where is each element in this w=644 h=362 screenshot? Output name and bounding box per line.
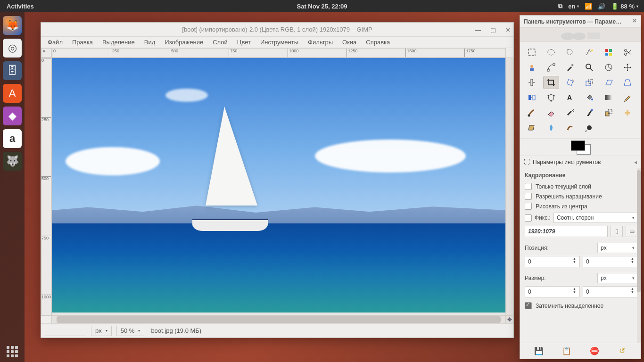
tool-ellipse-select-icon[interactable]	[543, 46, 559, 59]
tool-blur-icon[interactable]	[543, 121, 559, 134]
zoom-selector[interactable]: 50 % ▾	[116, 326, 145, 336]
tab-menu-icon[interactable]: ◂	[634, 159, 637, 165]
opt-aspect-input[interactable]: 1920:1079	[525, 226, 608, 237]
dock-firefox[interactable]: 🦊	[3, 16, 22, 35]
tool-align-icon[interactable]	[524, 76, 540, 89]
menu-windows[interactable]: Окна	[342, 39, 356, 46]
menu-view[interactable]: Вид	[144, 39, 156, 46]
volume-indicator[interactable]: 🔊	[598, 3, 605, 10]
canvas[interactable]	[51, 58, 506, 316]
opt-pos-x[interactable]: 0▲▼	[525, 256, 580, 267]
opt-highlight[interactable]: Затемнить невыделенное	[525, 301, 638, 311]
tool-bucket-fill-icon[interactable]	[581, 91, 597, 104]
opt-allow-growing[interactable]: Разрешить наращивание	[525, 191, 638, 201]
window-maximize[interactable]: ▢	[490, 26, 496, 33]
tool-cage-icon[interactable]	[543, 91, 559, 104]
tool-scissors-icon[interactable]	[619, 46, 636, 59]
scrollbar-horizontal[interactable]	[51, 316, 506, 323]
menu-layer[interactable]: Слой	[213, 39, 228, 46]
window-titlebar[interactable]: [boot] (импортировано)-2.0 (Цвета RGB, 1…	[41, 23, 513, 37]
tool-airbrush-icon[interactable]	[562, 106, 578, 119]
opt-fixed-checkbox[interactable]	[525, 214, 532, 222]
tool-fuzzy-select-icon[interactable]	[581, 46, 597, 59]
navigation-icon[interactable]: ✥	[506, 316, 513, 323]
tool-color-picker-icon[interactable]	[562, 61, 578, 74]
show-applications[interactable]	[0, 346, 25, 357]
opt-portrait-icon[interactable]: ▯	[611, 226, 623, 237]
wilber-dropzone[interactable]	[520, 28, 641, 42]
tool-ink-icon[interactable]	[581, 106, 597, 119]
tool-measure-icon[interactable]	[601, 61, 617, 74]
opt-size-unit[interactable]: px▾	[597, 273, 638, 283]
unit-selector[interactable]: px ▾	[91, 326, 112, 336]
input-source[interactable]: en ▾	[568, 3, 579, 10]
dock-amazon[interactable]: a	[3, 129, 22, 148]
tool-text-icon[interactable]: A	[562, 91, 578, 104]
menu-file[interactable]: Файл	[48, 39, 63, 46]
reset-preset-icon[interactable]: ↺	[617, 346, 628, 357]
menu-colors[interactable]: Цвет	[237, 39, 251, 46]
fg-bg-color[interactable]	[520, 138, 641, 156]
dock-gimp[interactable]: 🐺	[3, 152, 22, 171]
ruler-horizontal[interactable]: 0 250 500 750 1000 1250 1500 1750	[51, 48, 506, 58]
tool-heal-icon[interactable]	[619, 106, 636, 119]
tool-paths-icon[interactable]	[543, 61, 559, 74]
tool-options-tab[interactable]: ⛶ Параметры инструментов ◂	[520, 156, 641, 168]
tool-shear-icon[interactable]	[601, 76, 617, 89]
options-scrollbar[interactable]	[637, 168, 641, 343]
opt-landscape-icon[interactable]: ▭	[626, 226, 638, 237]
tool-clone-icon[interactable]	[601, 106, 617, 119]
menu-image[interactable]: Изображение	[165, 39, 203, 46]
menu-filters[interactable]: Фильтры	[308, 39, 333, 46]
tool-flip-icon[interactable]	[524, 91, 540, 104]
dock-settings[interactable]: ◆	[3, 107, 22, 125]
tool-smudge-icon[interactable]	[562, 121, 578, 134]
menu-select[interactable]: Выделение	[102, 39, 135, 46]
menu-help[interactable]: Справка	[366, 39, 390, 46]
opt-position-unit[interactable]: px▾	[597, 243, 638, 253]
dock-files[interactable]: 🗄	[3, 61, 22, 80]
fg-color-swatch[interactable]	[571, 140, 585, 151]
scrollbar-vertical[interactable]	[506, 58, 513, 316]
toolbox-close[interactable]: ✕	[632, 17, 637, 24]
tool-move-icon[interactable]	[619, 61, 636, 74]
opt-expand-from-center[interactable]: Рисовать из центра	[525, 201, 638, 211]
window-minimize[interactable]: —	[475, 26, 481, 33]
delete-preset-icon[interactable]: ⛔	[589, 346, 600, 357]
ruler-vertical[interactable]: 0 250 500 750 1000	[41, 58, 51, 316]
menu-tools[interactable]: Инструменты	[260, 39, 298, 46]
restore-preset-icon[interactable]: 📋	[561, 346, 572, 357]
opt-size-w[interactable]: 0▲▼	[525, 286, 580, 297]
opt-current-layer-only[interactable]: Только текущий слой	[525, 181, 638, 191]
tool-crop-icon[interactable]	[543, 76, 559, 89]
tool-dodge-icon[interactable]	[581, 121, 597, 134]
network-indicator[interactable]: 📶	[585, 3, 592, 10]
tool-foreground-select-icon[interactable]	[524, 61, 540, 74]
opt-fixed-mode[interactable]: Соотн. сторон▾	[553, 213, 638, 223]
tool-perspective-icon[interactable]	[619, 76, 636, 89]
dock-software[interactable]: A	[3, 84, 22, 103]
clock[interactable]: Sat Nov 25, 22:09	[297, 3, 347, 10]
battery-indicator[interactable]: 🔋 88 % ▾	[611, 3, 638, 10]
opt-pos-y[interactable]: 0▲▼	[583, 256, 638, 267]
tool-paintbrush-icon[interactable]	[524, 106, 540, 119]
tool-rotate-icon[interactable]	[562, 76, 578, 89]
ruler-origin[interactable]	[41, 48, 51, 58]
window-close[interactable]: ✕	[505, 26, 511, 33]
tool-rect-select-icon[interactable]	[524, 46, 540, 59]
toolbox-titlebar[interactable]: Панель инструментов — Параме… ✕	[520, 16, 641, 28]
tool-by-color-select-icon[interactable]	[601, 46, 617, 59]
activities-button[interactable]: Activities	[0, 3, 41, 10]
opt-size-h[interactable]: 0▲▼	[583, 286, 638, 297]
menu-edit[interactable]: Правка	[72, 39, 93, 46]
tool-free-select-icon[interactable]	[562, 46, 578, 59]
tool-scale-icon[interactable]	[581, 76, 597, 89]
tool-zoom-icon[interactable]	[581, 61, 597, 74]
tool-eraser-icon[interactable]	[543, 106, 559, 119]
tool-blend-icon[interactable]	[601, 91, 617, 104]
save-preset-icon[interactable]: 💾	[533, 346, 545, 357]
tool-pencil-icon[interactable]	[619, 91, 636, 104]
dock-rhythmbox[interactable]: ◎	[3, 39, 22, 58]
dropbox-indicator[interactable]: ⧉	[558, 2, 562, 10]
tool-perspective-clone-icon[interactable]	[524, 121, 540, 134]
